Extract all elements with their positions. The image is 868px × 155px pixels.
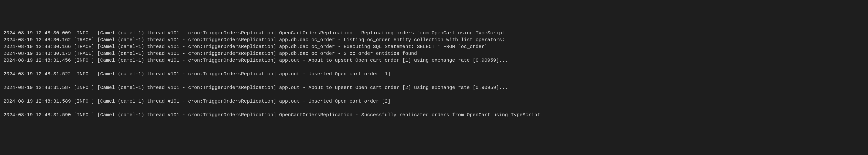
log-line: 2024-08-19 12:48:30.162 [TRACE] [Camel (… xyxy=(3,37,865,43)
log-line: 2024-08-19 12:48:31.590 [INFO ] [Camel (… xyxy=(3,112,865,118)
log-line: 2024-08-19 12:48:31.456 [INFO ] [Camel (… xyxy=(3,57,865,64)
log-blank-line xyxy=(3,77,865,84)
log-line: 2024-08-19 12:48:30.173 [TRACE] [Camel (… xyxy=(3,50,865,57)
log-line: 2024-08-19 12:48:31.522 [INFO ] [Camel (… xyxy=(3,71,865,77)
log-line: 2024-08-19 12:48:31.589 [INFO ] [Camel (… xyxy=(3,98,865,105)
log-blank-line xyxy=(3,105,865,112)
log-line: 2024-08-19 12:48:30.009 [INFO ] [Camel (… xyxy=(3,30,865,37)
log-blank-line xyxy=(3,91,865,98)
log-line: 2024-08-19 12:48:30.166 [TRACE] [Camel (… xyxy=(3,43,865,50)
log-line: 2024-08-19 12:48:31.587 [INFO ] [Camel (… xyxy=(3,84,865,91)
log-blank-line xyxy=(3,64,865,71)
